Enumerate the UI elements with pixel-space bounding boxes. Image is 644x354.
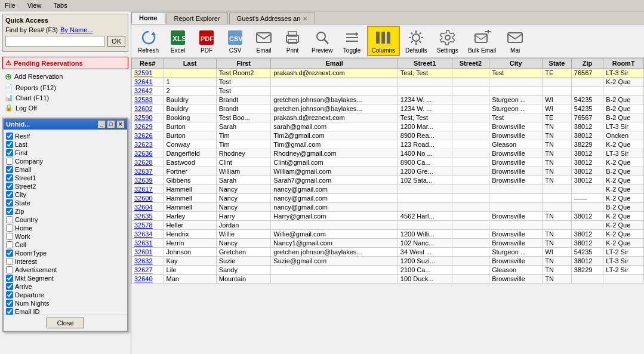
res-number-link[interactable]: 32636 xyxy=(134,150,153,157)
menu-view[interactable]: View xyxy=(25,1,44,10)
col-state[interactable]: State xyxy=(543,59,572,69)
res-number-link[interactable]: 32635 xyxy=(134,213,153,220)
checkbox-city[interactable] xyxy=(6,191,13,198)
res-number-link[interactable]: 32578 xyxy=(134,221,153,229)
res-number-link[interactable]: 32631 xyxy=(134,239,153,247)
preview-button[interactable]: Preview xyxy=(307,26,337,56)
res-number-link[interactable]: 32642 xyxy=(134,87,153,94)
res-number-link[interactable]: 32583 xyxy=(134,96,153,103)
checkbox-company[interactable] xyxy=(6,158,13,165)
col-first[interactable]: First xyxy=(216,59,271,69)
col-last[interactable]: Last xyxy=(164,59,216,69)
checkbox-arrive[interactable] xyxy=(6,283,13,290)
dialog-minimize-button[interactable]: _ xyxy=(97,120,106,128)
res-number-link[interactable]: 32628 xyxy=(134,159,153,166)
res-number-link[interactable]: 32629 xyxy=(134,123,153,130)
checkbox-departure[interactable] xyxy=(6,291,13,298)
checkbox-interest[interactable] xyxy=(6,258,13,265)
checkbox-state[interactable] xyxy=(6,199,13,207)
res-number-link[interactable]: 32591 xyxy=(134,69,153,76)
cell-street2 xyxy=(452,131,489,140)
refresh-button[interactable]: Refresh xyxy=(134,26,163,56)
checkbox-home[interactable] xyxy=(6,224,13,232)
defaults-button[interactable]: Defaults xyxy=(401,26,432,56)
close-button[interactable]: Close xyxy=(47,318,84,328)
res-number-link[interactable]: 32640 xyxy=(134,275,153,282)
sidebar-item-add[interactable]: ⊕ Add Reservation xyxy=(2,70,128,82)
res-number-link[interactable]: 32604 xyxy=(134,204,153,211)
col-city[interactable]: City xyxy=(489,59,543,69)
columns-button[interactable]: Columns xyxy=(367,26,400,56)
table-header-row: Res# Last First Email Street1 Street2 Ci… xyxy=(132,59,644,69)
col-res[interactable]: Res# xyxy=(132,59,164,69)
sidebar-item-pending[interactable]: ⚠ Pending Reservations xyxy=(2,57,128,69)
checkbox-num-nights[interactable] xyxy=(6,300,13,307)
checkbox-res#[interactable] xyxy=(6,133,13,140)
sidebar-item-chart[interactable]: 📊 Chart (F11) xyxy=(2,93,128,103)
col-street2[interactable]: Street2 xyxy=(452,59,489,69)
checkbox-street1[interactable] xyxy=(6,174,13,181)
checkbox-roomtype[interactable] xyxy=(6,250,13,257)
checkbox-email[interactable] xyxy=(6,166,13,173)
tab-close-icon[interactable]: ✕ xyxy=(303,16,307,22)
res-number-link[interactable]: 32634 xyxy=(134,230,153,238)
res-number-link[interactable]: 32632 xyxy=(134,257,153,264)
col-roomtype[interactable]: RoomT xyxy=(603,59,644,69)
print-button[interactable]: Print xyxy=(279,26,306,56)
menu-file[interactable]: File xyxy=(2,1,18,10)
tab-guest-addresses[interactable]: Guest's Addresses an ✕ xyxy=(229,13,316,24)
cell-last: Kay xyxy=(164,257,216,266)
checkbox-item-arrive: Arrive xyxy=(6,282,125,291)
checkbox-item-num-nights: Num Nights xyxy=(6,299,125,307)
res-number-link[interactable]: 32639 xyxy=(134,177,153,184)
checkbox-street2[interactable] xyxy=(6,183,13,190)
cell-first: Gretchen xyxy=(216,248,271,257)
email-button[interactable]: Email xyxy=(250,26,278,56)
sidebar-item-logoff[interactable]: 🔒 Log Off xyxy=(2,103,128,113)
toggle-button[interactable]: Toggle xyxy=(338,26,366,56)
svg-line-12 xyxy=(324,39,328,44)
checkbox-work[interactable] xyxy=(6,233,13,240)
sidebar-item-reports[interactable]: 📄 Reports (F12) xyxy=(2,82,128,93)
res-number-link[interactable]: 32626 xyxy=(134,132,153,139)
menu-tabs[interactable]: Tabs xyxy=(51,1,69,10)
excel-button[interactable]: XLS Excel xyxy=(164,26,192,56)
cell-zip: 38229 xyxy=(571,140,603,149)
dialog-close-button[interactable]: ✕ xyxy=(116,120,125,128)
checkbox-mkt-segment[interactable] xyxy=(6,275,13,282)
svg-marker-0 xyxy=(151,32,156,35)
checkbox-zip[interactable] xyxy=(6,208,13,215)
col-email[interactable]: Email xyxy=(271,59,398,69)
col-street1[interactable]: Street1 xyxy=(398,59,452,69)
tab-report-explorer[interactable]: Report Explorer xyxy=(167,13,228,24)
find-input[interactable] xyxy=(5,36,105,47)
res-number-link[interactable]: 32601 xyxy=(134,248,153,256)
mai-label: Mai xyxy=(510,47,520,54)
col-zip[interactable]: Zip xyxy=(571,59,603,69)
checkbox-last[interactable] xyxy=(6,141,13,148)
ok-button[interactable]: OK xyxy=(107,36,125,47)
pdf-button[interactable]: PDF PDF xyxy=(193,26,220,56)
res-number-link[interactable]: 32590 xyxy=(134,114,153,121)
res-number-link[interactable]: 32600 xyxy=(134,195,153,202)
cell-city xyxy=(489,221,543,230)
bulk-email-button[interactable]: Bulk Email xyxy=(464,26,500,56)
res-number-link[interactable]: 32623 xyxy=(134,141,153,148)
tab-home[interactable]: Home xyxy=(131,12,165,24)
csv-button[interactable]: CSV CSV xyxy=(221,26,249,56)
res-number-link[interactable]: 32602 xyxy=(134,105,153,112)
res-number-link[interactable]: 32627 xyxy=(134,266,153,273)
checkbox-first[interactable] xyxy=(6,149,13,156)
mai-button[interactable]: Mai xyxy=(501,26,529,56)
res-number-link[interactable]: 32641 xyxy=(134,78,153,85)
settings-button[interactable]: Settings xyxy=(433,26,463,56)
pdf-icon: PDF xyxy=(197,28,216,47)
res-number-link[interactable]: 32617 xyxy=(134,186,153,193)
checkbox-country[interactable] xyxy=(6,216,13,223)
res-number-link[interactable]: 32637 xyxy=(134,168,153,175)
checkbox-email-id[interactable] xyxy=(6,308,13,315)
checkbox-cell[interactable] xyxy=(6,241,13,248)
checkbox-advertisement[interactable] xyxy=(6,266,13,273)
by-name-link[interactable]: By Name... xyxy=(60,26,93,33)
dialog-maximize-button[interactable]: □ xyxy=(107,120,115,128)
